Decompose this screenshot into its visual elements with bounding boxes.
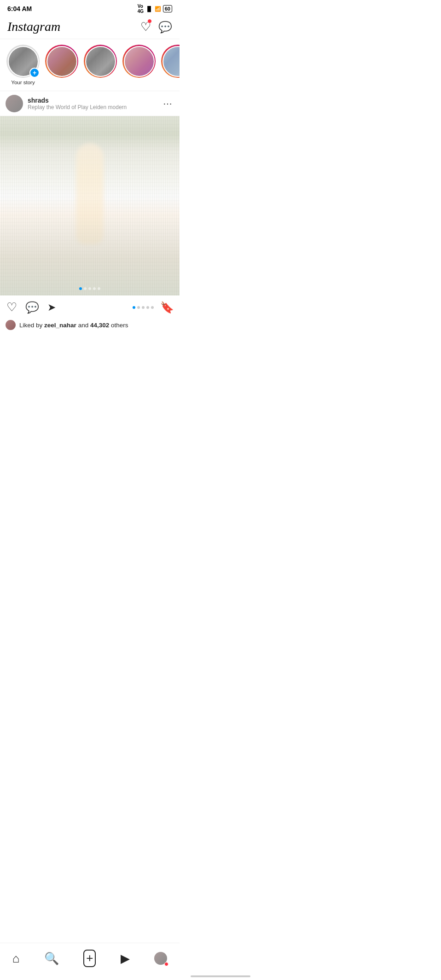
add-story-badge: +: [29, 68, 40, 78]
pagination-dot-5: [98, 287, 100, 290]
story-item-1[interactable]: [45, 45, 78, 85]
liked-by-count: 44,302: [90, 322, 109, 329]
post-subtitle: Replay the World of Play Leiden modern: [28, 104, 157, 110]
bookmark-button[interactable]: 🔖: [160, 301, 174, 314]
post-menu-button[interactable]: ⋯: [161, 96, 174, 111]
story-item-4[interactable]: [161, 45, 180, 85]
app-header: Instagram ♡ 💬: [0, 16, 180, 39]
comment-button[interactable]: 💬: [24, 300, 40, 315]
post-user-info: shrads Replay the World of Play Leiden m…: [28, 97, 157, 110]
messages-button[interactable]: 💬: [158, 20, 172, 34]
action-icons-left: ♡ 💬 ➤: [6, 299, 57, 315]
post-username[interactable]: shrads: [28, 97, 157, 104]
liked-by-avatar: [6, 320, 16, 330]
liked-by-row: Liked by zeel_nahar and 44,302 others: [0, 319, 180, 334]
vo-lte-icon: Vo4G: [138, 4, 144, 14]
story-ring-1: [45, 45, 78, 78]
dots-indicator: [133, 306, 154, 309]
story-avatar-4: [161, 45, 180, 78]
post-actions: ♡ 💬 ➤ 🔖: [0, 296, 180, 319]
status-icons: Vo4G ▐▌ 📶 60: [138, 4, 172, 14]
pagination-dot-2: [84, 287, 87, 290]
dot-5: [151, 306, 154, 309]
comment-icon: 💬: [25, 301, 39, 314]
share-button[interactable]: ➤: [46, 301, 57, 314]
signal-icon: ▐▌: [145, 6, 153, 12]
story-item-3[interactable]: [122, 45, 156, 85]
liked-by-count-text: and: [78, 322, 90, 329]
pagination-dot-4: [93, 287, 96, 290]
story-ring-2: [84, 45, 117, 78]
pagination-dot-3: [88, 287, 91, 290]
story-ring-3: [122, 45, 156, 78]
post-author-avatar: [6, 95, 23, 112]
story-avatar-your-story: +: [6, 45, 40, 78]
dot-2: [137, 306, 140, 309]
wifi-icon: 📶: [155, 6, 161, 12]
post-image: [0, 116, 180, 296]
dot-3: [142, 306, 145, 309]
liked-by-username[interactable]: zeel_nahar: [44, 322, 76, 329]
liked-by-text: Liked by zeel_nahar and 44,302 others: [19, 322, 128, 329]
bookmark-icon: 🔖: [160, 301, 174, 313]
story-avatar-1: [45, 45, 78, 78]
header-icons: ♡ 💬: [140, 20, 172, 34]
story-item-your-story[interactable]: + Your story: [6, 45, 40, 85]
status-time: 6:04 AM: [7, 5, 32, 12]
story-avatar-2: [84, 45, 117, 78]
story-item-2[interactable]: [84, 45, 117, 85]
heart-outline-icon: ♡: [6, 300, 17, 314]
post-image-content: [0, 116, 180, 296]
share-icon: ➤: [47, 302, 56, 313]
story-ring-4: [161, 45, 180, 78]
pagination-indicator: [79, 287, 100, 290]
pagination-dot-1: [79, 287, 82, 290]
notifications-button[interactable]: ♡: [140, 20, 151, 34]
dot-4: [146, 306, 149, 309]
notification-dot: [147, 19, 152, 23]
like-button[interactable]: ♡: [6, 299, 18, 315]
dot-active: [133, 306, 135, 309]
messenger-icon: 💬: [158, 21, 172, 33]
app-logo: Instagram: [7, 19, 60, 34]
story-label-your-story: Your story: [11, 80, 35, 85]
story-avatar-3: [122, 45, 156, 78]
post-header: shrads Replay the World of Play Leiden m…: [0, 91, 180, 116]
stories-row: + Your story: [0, 39, 180, 91]
status-bar: 6:04 AM Vo4G ▐▌ 📶 60: [0, 0, 180, 16]
battery-indicator: 60: [163, 5, 172, 12]
